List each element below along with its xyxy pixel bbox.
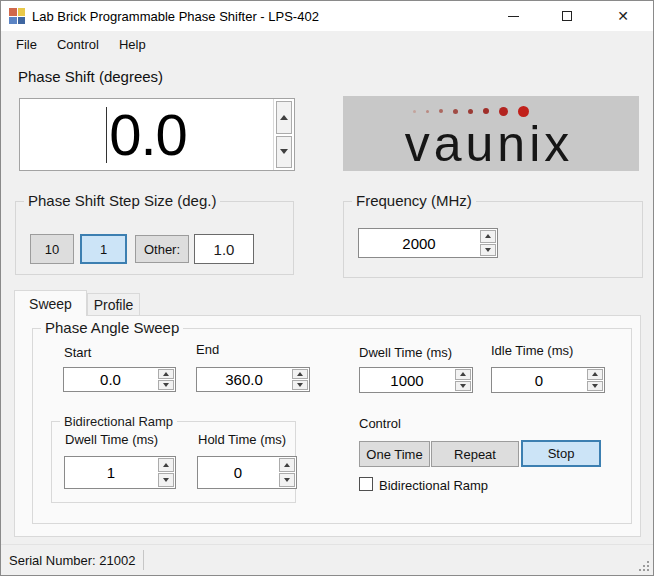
start-label: Start bbox=[64, 345, 91, 360]
logo-dot bbox=[499, 107, 508, 116]
up-arrow-icon bbox=[163, 372, 169, 376]
bidirectional-ramp-group: Bidirectional Ramp Dwell Time (ms) 1 Hol… bbox=[51, 421, 296, 503]
vaunix-logo: vaunix bbox=[343, 96, 639, 171]
dwell-time-label: Dwell Time (ms) bbox=[359, 345, 452, 360]
phase-angle-sweep-group: Phase Angle Sweep Start 0.0 End 360.0 Dw… bbox=[32, 328, 632, 524]
down-arrow-icon bbox=[163, 478, 169, 482]
start-up-button[interactable] bbox=[158, 369, 174, 379]
ramp-dwell-field[interactable]: 1 bbox=[64, 456, 176, 489]
serial-number-text: Serial Number: 21002 bbox=[9, 545, 135, 575]
status-bar: Serial Number: 21002 bbox=[1, 544, 653, 575]
idle-up-button[interactable] bbox=[587, 369, 603, 380]
app-icon bbox=[9, 8, 25, 24]
step-1-button[interactable]: 1 bbox=[80, 234, 127, 264]
close-icon: ✕ bbox=[617, 9, 629, 23]
tab-sweep[interactable]: Sweep bbox=[14, 290, 87, 316]
close-button[interactable]: ✕ bbox=[601, 1, 645, 31]
minimize-icon bbox=[508, 16, 519, 17]
end-down-button[interactable] bbox=[292, 380, 308, 390]
up-arrow-icon bbox=[592, 372, 598, 376]
up-arrow-icon bbox=[460, 372, 466, 376]
up-arrow-icon bbox=[297, 372, 303, 376]
down-arrow-icon bbox=[592, 384, 598, 388]
down-arrow-icon bbox=[284, 478, 290, 482]
idle-time-field[interactable]: 0 bbox=[491, 367, 605, 393]
tab-profile[interactable]: Profile bbox=[87, 293, 140, 316]
down-arrow-icon bbox=[460, 384, 466, 388]
logo-dot bbox=[426, 110, 429, 113]
frequency-down-button[interactable] bbox=[480, 244, 496, 257]
hold-down-button[interactable] bbox=[279, 473, 295, 487]
hold-time-field[interactable]: 0 bbox=[197, 456, 297, 489]
ramp-dwell-label: Dwell Time (ms) bbox=[65, 432, 158, 447]
title-bar: Lab Brick Programmable Phase Shifter - L… bbox=[1, 1, 653, 31]
dwell-up-button[interactable] bbox=[455, 369, 471, 380]
up-arrow-icon bbox=[284, 463, 290, 467]
phase-shift-down-button[interactable] bbox=[276, 136, 292, 169]
ramp-dwell-down-button[interactable] bbox=[158, 473, 174, 487]
step-size-group-label: Phase Shift Step Size (deg.) bbox=[24, 192, 220, 209]
up-arrow-icon bbox=[485, 234, 491, 238]
menu-file[interactable]: File bbox=[6, 33, 47, 56]
start-down-button[interactable] bbox=[158, 380, 174, 390]
logo-dot bbox=[483, 108, 489, 114]
step-size-group: Phase Shift Step Size (deg.) 10 1 Other:… bbox=[15, 201, 294, 275]
frequency-group: Frequency (MHz) 2000 bbox=[343, 201, 643, 278]
status-divider bbox=[143, 550, 144, 570]
dwell-time-field[interactable]: 1000 bbox=[359, 367, 473, 393]
control-label: Control bbox=[359, 416, 401, 431]
repeat-button[interactable]: Repeat bbox=[431, 441, 519, 467]
logo-dot bbox=[413, 110, 416, 113]
menu-control[interactable]: Control bbox=[47, 33, 109, 56]
frequency-field[interactable]: 2000 bbox=[358, 228, 498, 258]
sweep-tab-page: Phase Angle Sweep Start 0.0 End 360.0 Dw… bbox=[14, 315, 641, 537]
end-up-button[interactable] bbox=[292, 369, 308, 379]
phase-shift-label: Phase Shift (degrees) bbox=[18, 68, 163, 85]
up-arrow-icon bbox=[280, 115, 288, 120]
idle-down-button[interactable] bbox=[587, 381, 603, 392]
logo-dot bbox=[453, 109, 458, 114]
menu-bar: File Control Help bbox=[1, 31, 653, 58]
down-arrow-icon bbox=[280, 149, 288, 154]
app-window: Lab Brick Programmable Phase Shifter - L… bbox=[0, 0, 654, 576]
logo-dot bbox=[439, 109, 443, 113]
maximize-icon bbox=[562, 11, 572, 21]
idle-time-label: Idle Time (ms) bbox=[491, 343, 573, 358]
bidirectional-ramp-group-label: Bidirectional Ramp bbox=[60, 414, 177, 429]
hold-time-label: Hold Time (ms) bbox=[198, 432, 286, 447]
phase-shift-value: 0.0 bbox=[109, 106, 187, 164]
maximize-button[interactable] bbox=[545, 1, 589, 31]
phase-shift-spinner bbox=[273, 99, 294, 170]
resize-grip-icon[interactable] bbox=[638, 560, 650, 572]
dwell-down-button[interactable] bbox=[455, 381, 471, 392]
text-cursor bbox=[106, 107, 107, 163]
logo-dot bbox=[518, 106, 529, 117]
bidirectional-ramp-checkbox-label: Bidirectional Ramp bbox=[379, 478, 488, 493]
stop-button[interactable]: Stop bbox=[521, 440, 601, 467]
down-arrow-icon bbox=[163, 383, 169, 387]
start-field[interactable]: 0.0 bbox=[63, 367, 176, 392]
logo-wordmark: vaunix bbox=[343, 119, 635, 169]
frequency-group-label: Frequency (MHz) bbox=[352, 192, 476, 209]
down-arrow-icon bbox=[297, 383, 303, 387]
ramp-dwell-up-button[interactable] bbox=[158, 458, 174, 472]
logo-dot bbox=[468, 109, 473, 114]
minimize-button[interactable] bbox=[491, 1, 535, 31]
hold-up-button[interactable] bbox=[279, 458, 295, 472]
phase-angle-sweep-label: Phase Angle Sweep bbox=[41, 319, 183, 336]
one-time-button[interactable]: One Time bbox=[359, 441, 430, 467]
step-other-input[interactable]: 1.0 bbox=[194, 234, 254, 264]
frequency-up-button[interactable] bbox=[480, 230, 496, 243]
phase-shift-up-button[interactable] bbox=[276, 101, 292, 134]
up-arrow-icon bbox=[163, 463, 169, 467]
end-field[interactable]: 360.0 bbox=[196, 367, 310, 392]
menu-help[interactable]: Help bbox=[109, 33, 156, 56]
end-label: End bbox=[196, 342, 219, 357]
window-title: Lab Brick Programmable Phase Shifter - L… bbox=[32, 1, 319, 31]
down-arrow-icon bbox=[485, 248, 491, 252]
step-other-button[interactable]: Other: bbox=[135, 235, 189, 263]
step-10-button[interactable]: 10 bbox=[30, 234, 74, 264]
bidirectional-ramp-checkbox[interactable] bbox=[359, 477, 373, 491]
phase-shift-field[interactable]: 0.0 bbox=[19, 98, 295, 171]
